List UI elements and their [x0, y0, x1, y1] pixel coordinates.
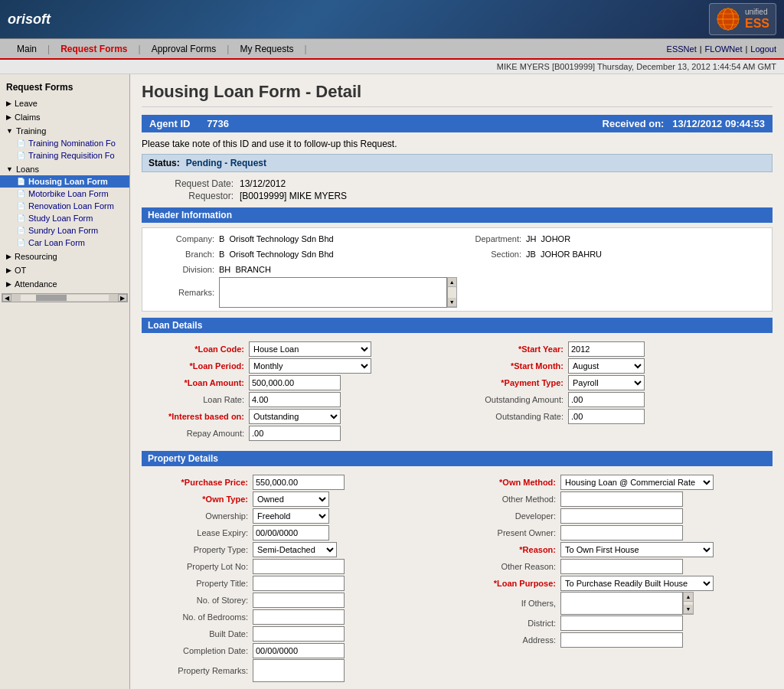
property-lot-row: Property Lot No:	[149, 558, 453, 575]
ess-label: ESS	[745, 17, 769, 31]
payment-type-row: *Payment Type: Payroll	[461, 374, 765, 391]
sidebar-item-study-loan[interactable]: Study Loan Form	[0, 212, 129, 224]
other-reason-row: Other Reason:	[461, 558, 765, 575]
ownership-label: Ownership:	[149, 511, 253, 521]
nav-flownet[interactable]: FLOWNet	[705, 44, 743, 54]
start-month-select[interactable]: August	[568, 358, 645, 374]
reason-row: *Reason: To Own First House	[461, 541, 765, 558]
remarks-scrollbar[interactable]: ▲ ▼	[447, 277, 457, 308]
purchase-price-input[interactable]: 550,000.00	[253, 475, 345, 490]
if-others-scroll-down[interactable]: ▼	[684, 605, 693, 614]
division-label: Division:	[150, 265, 219, 274]
if-others-textarea[interactable]	[560, 592, 683, 615]
lease-expiry-row: Lease Expiry: 00/00/0000	[149, 524, 453, 541]
own-method-select[interactable]: Housing Loan @ Commercial Rate	[560, 475, 714, 490]
scrollbar-right-btn[interactable]: ▶	[118, 294, 127, 302]
developer-label: Developer:	[461, 511, 560, 521]
payment-type-select[interactable]: Payroll	[568, 375, 645, 390]
repay-amount-input[interactable]: .00	[249, 426, 341, 441]
sidebar-item-training-nomination[interactable]: Training Nomination Fo	[0, 137, 129, 149]
sidebar-group-header-ot[interactable]: ▶ OT	[0, 264, 129, 276]
property-type-select[interactable]: Semi-Detached	[253, 542, 337, 557]
own-type-select[interactable]: Owned	[253, 491, 329, 507]
own-type-row: *Own Type: Owned	[149, 491, 453, 508]
sidebar-item-housing-loan[interactable]: Housing Loan Form	[0, 175, 129, 188]
sidebar-group-header-loans[interactable]: ▼ Loans	[0, 163, 129, 175]
sidebar-item-training-requisition[interactable]: Training Requisition Fo	[0, 149, 129, 162]
remarks-textarea[interactable]	[219, 277, 447, 308]
property-type-label: Property Type:	[149, 545, 253, 554]
purchase-price-row: *Purchase Price: 550,000.00	[149, 474, 453, 491]
sidebar-item-sundry-loan[interactable]: Sundry Loan Form	[0, 224, 129, 237]
sidebar-group-header-claims[interactable]: ▶ Claims	[0, 111, 129, 123]
loan-rate-input[interactable]: 4.00	[249, 392, 341, 407]
division-name: BRANCH	[235, 265, 270, 274]
no-storey-input[interactable]	[253, 593, 345, 608]
nav-my-requests[interactable]: My Requests	[230, 41, 302, 57]
reason-select[interactable]: To Own First House	[560, 542, 714, 557]
outstanding-rate-label: Outstanding Rate:	[461, 412, 568, 421]
scrollbar-thumb[interactable]	[36, 295, 67, 301]
nav-request-forms[interactable]: Request Forms	[51, 41, 136, 57]
sidebar-group-leave: ▶ Leave	[0, 97, 129, 109]
nav-essnet[interactable]: ESSNet	[667, 44, 697, 54]
loan-purpose-row: *Loan Purpose: To Purchase Readily Built…	[461, 575, 765, 592]
page-title: Housing Loan Form - Detail	[142, 82, 773, 107]
nav-approval-forms[interactable]: Approval Forms	[142, 41, 226, 57]
ess-label-group: unified ESS	[745, 8, 769, 31]
remarks-scroll-up[interactable]: ▲	[448, 278, 456, 287]
no-bedrooms-input[interactable]	[253, 609, 345, 625]
loan-period-row: *Loan Period: Monthly	[149, 358, 453, 374]
property-lot-input[interactable]	[253, 559, 345, 574]
address-row: Address:	[461, 632, 765, 648]
present-owner-input[interactable]	[560, 525, 683, 540]
sidebar-group-header-training[interactable]: ▼ Training	[0, 125, 129, 137]
loan-amount-input[interactable]: 500,000.00	[249, 375, 341, 390]
district-input[interactable]	[560, 616, 683, 631]
completion-date-input[interactable]: 00/00/0000	[253, 643, 345, 658]
nav-main[interactable]: Main	[8, 41, 46, 57]
other-method-input[interactable]	[560, 491, 683, 507]
built-date-input[interactable]	[253, 626, 345, 642]
sidebar-item-motorbike-loan[interactable]: Motorbike Loan Form	[0, 188, 129, 200]
sidebar-group-header-resourcing[interactable]: ▶ Resourcing	[0, 250, 129, 263]
remarks-scroll-down[interactable]: ▼	[448, 298, 456, 307]
sidebar-group-header-leave[interactable]: ▶ Leave	[0, 97, 129, 109]
loan-purpose-select[interactable]: To Purchase Readily Built House	[560, 576, 714, 591]
sidebar-item-renovation-loan[interactable]: Renovation Loan Form	[0, 200, 129, 212]
purchase-price-label: *Purchase Price:	[149, 478, 253, 487]
property-title-input[interactable]	[253, 576, 345, 591]
present-owner-row: Present Owner:	[461, 524, 765, 541]
start-month-row: *Start Month: August	[461, 358, 765, 374]
developer-input[interactable]	[560, 508, 683, 524]
arrow-icon-ot: ▶	[6, 266, 11, 274]
division-row: Division: BH BRANCH	[150, 262, 457, 277]
remarks-wrapper: ▲ ▼	[219, 277, 457, 308]
other-reason-label: Other Reason:	[461, 562, 560, 571]
section-label2: Section:	[457, 250, 526, 259]
address-input[interactable]	[560, 632, 683, 648]
if-others-scrollbar[interactable]: ▲ ▼	[683, 592, 694, 615]
property-remarks-textarea[interactable]	[253, 659, 345, 682]
outstanding-amount-input[interactable]: .00	[568, 392, 645, 407]
outstanding-rate-input[interactable]: .00	[568, 409, 645, 424]
nav-logout[interactable]: Logout	[750, 44, 776, 54]
start-year-input[interactable]: 2012	[568, 341, 645, 357]
ownership-select[interactable]: Freehold	[253, 508, 329, 524]
loan-period-select[interactable]: Monthly	[249, 358, 371, 374]
received-label: Received on:	[603, 118, 665, 129]
scrollbar-left-btn[interactable]: ◀	[2, 294, 11, 302]
loan-code-select[interactable]: House Loan	[249, 341, 371, 357]
other-reason-input[interactable]	[560, 559, 683, 574]
section-header-loan-details: Loan Details	[142, 318, 773, 333]
sidebar-group-header-attendance[interactable]: ▶ Attendance	[0, 278, 129, 290]
interest-based-select[interactable]: Outstanding	[249, 409, 341, 424]
if-others-scroll-up[interactable]: ▲	[684, 593, 693, 602]
nav-right-links: ESSNet | FLOWNet | Logout	[667, 44, 776, 54]
section-name: JOHOR BAHRU	[541, 250, 602, 259]
lease-expiry-input[interactable]: 00/00/0000	[253, 525, 329, 540]
sidebar-scrollbar[interactable]: ◀ ▶	[2, 293, 128, 302]
loan-rate-label: Loan Rate:	[149, 395, 249, 404]
sidebar-item-car-loan[interactable]: Car Loan Form	[0, 237, 129, 249]
loan-code-row: *Loan Code: House Loan	[149, 341, 453, 358]
